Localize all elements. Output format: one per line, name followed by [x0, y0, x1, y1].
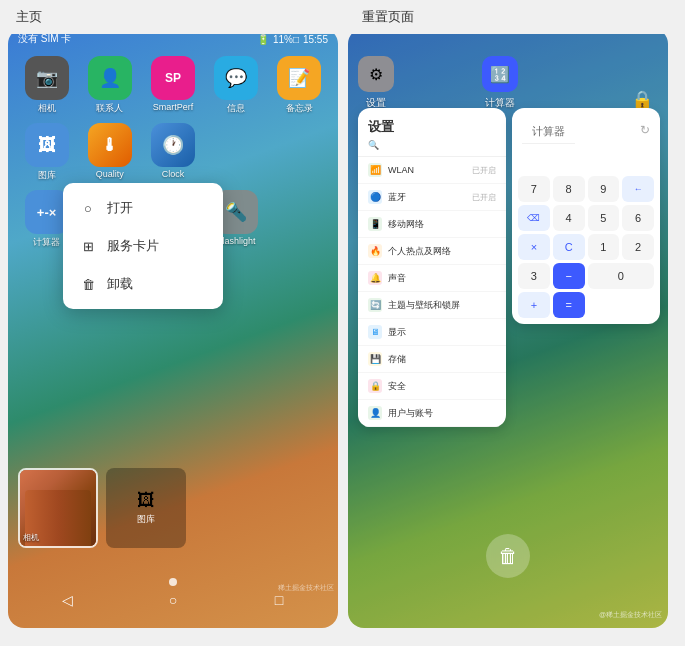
- calculator-card[interactable]: 计算器 ↻ 7 8 9 ← ⌫ 4 5 6 × C 1 2: [512, 108, 660, 324]
- phone-left: 没有 SIM 卡 🔋 11%□ 15:55 📷 相机 👤 联系人 SP Smar…: [8, 28, 338, 628]
- calc-2[interactable]: 2: [622, 234, 654, 260]
- storage-icon: 💾: [368, 352, 382, 366]
- gallery-label: 图库: [38, 169, 56, 182]
- refresh-icon[interactable]: ↻: [640, 123, 650, 137]
- calc-back[interactable]: ←: [622, 176, 654, 202]
- app-message[interactable]: 💬 信息: [208, 56, 265, 115]
- smartperf-icon: SP: [151, 56, 195, 100]
- menu-open[interactable]: ○ 打开: [63, 189, 223, 227]
- calc-plus[interactable]: +: [518, 292, 550, 318]
- page-labels: 主页 重置页面: [0, 0, 685, 34]
- trash-bin-icon: 🗑: [498, 545, 518, 568]
- app-camera[interactable]: 📷 相机: [18, 56, 75, 115]
- left-watermark: 稀土掘金技术社区: [278, 583, 334, 593]
- settings-card-header: ⚙ 设置: [358, 56, 394, 110]
- menu-service-card[interactable]: ⊞ 服务卡片: [63, 227, 223, 265]
- context-menu: ○ 打开 ⊞ 服务卡片 🗑 卸载: [63, 183, 223, 309]
- calc-equals[interactable]: =: [553, 292, 585, 318]
- sound-icon: 🔔: [368, 271, 382, 285]
- quality-icon: 🌡: [88, 123, 132, 167]
- calc-7[interactable]: 7: [518, 176, 550, 202]
- display-label: 显示: [388, 326, 496, 339]
- calc-4[interactable]: 4: [553, 205, 585, 231]
- sim-status: 没有 SIM 卡: [18, 32, 71, 46]
- menu-uninstall[interactable]: 🗑 卸载: [63, 265, 223, 303]
- calc-minus[interactable]: −: [553, 263, 585, 289]
- smartperf-label: SmartPerf: [153, 102, 194, 112]
- account-icon: 👤: [368, 406, 382, 420]
- settings-item-storage[interactable]: 💾 存储: [358, 346, 506, 373]
- display-icon: 🖥: [368, 325, 382, 339]
- wallpaper-gallery[interactable]: 🖼 图库: [106, 468, 186, 548]
- security-icon: 🔒: [368, 379, 382, 393]
- settings-search: 🔍: [358, 140, 506, 157]
- screens-container: 没有 SIM 卡 🔋 11%□ 15:55 📷 相机 👤 联系人 SP Smar…: [8, 28, 677, 642]
- wifi-icon: 📶: [368, 163, 382, 177]
- security-label: 安全: [388, 380, 496, 393]
- calc-8[interactable]: 8: [553, 176, 585, 202]
- calc-6[interactable]: 6: [622, 205, 654, 231]
- menu-open-label: 打开: [107, 199, 133, 217]
- calculator-icon: +-×: [25, 190, 69, 234]
- calc-1[interactable]: 1: [588, 234, 620, 260]
- phone-right: ⚙ 设置 🔢 计算器 🔒 设置 🔍 📶 WLAN 已开启 🔵 蓝牙 已开启: [348, 28, 668, 628]
- calc-3[interactable]: 3: [518, 263, 550, 289]
- home-button[interactable]: ○: [161, 588, 185, 612]
- memo-label: 备忘录: [286, 102, 313, 115]
- calc-title: 计算器: [522, 116, 575, 144]
- app-clock[interactable]: 🕐 Clock: [144, 123, 201, 182]
- wlan-label: WLAN: [388, 165, 466, 175]
- app-quality[interactable]: 🌡 Quality: [81, 123, 138, 182]
- settings-item-display[interactable]: 🖥 显示: [358, 319, 506, 346]
- calculator-label: 计算器: [33, 236, 60, 249]
- menu-uninstall-label: 卸载: [107, 275, 133, 293]
- calc-5[interactable]: 5: [588, 205, 620, 231]
- settings-card[interactable]: 设置 🔍 📶 WLAN 已开启 🔵 蓝牙 已开启 📱 移动网络 🔥 个人热点及网…: [358, 108, 506, 427]
- auto-icon: 🔄: [368, 298, 382, 312]
- calc-display: [512, 148, 660, 172]
- calculator-app-icon[interactable]: 🔢: [482, 56, 518, 92]
- app-cards-row: ⚙ 设置 🔢 计算器 🔒: [348, 56, 668, 110]
- right-page-label: 重置页面: [362, 8, 414, 26]
- hotspot-icon: 🔥: [368, 244, 382, 258]
- app-grid-row2: 🖼 图库 🌡 Quality 🕐 Clock: [8, 117, 338, 188]
- wallpaper-canyon[interactable]: 相机: [18, 468, 98, 548]
- battery-time: 🔋 11%□ 15:55: [257, 34, 328, 45]
- open-circle-icon: ○: [79, 199, 97, 217]
- settings-item-sound[interactable]: 🔔 声音: [358, 265, 506, 292]
- app-memo[interactable]: 📝 备忘录: [271, 56, 328, 115]
- settings-item-wlan[interactable]: 📶 WLAN 已开启: [358, 157, 506, 184]
- settings-item-security[interactable]: 🔒 安全: [358, 373, 506, 400]
- camera-icon: 📷: [25, 56, 69, 100]
- clock-label: Clock: [162, 169, 185, 179]
- auto-label: 主题与壁纸和锁屏: [388, 299, 496, 312]
- calc-multiply[interactable]: ×: [518, 234, 550, 260]
- bt-label: 蓝牙: [388, 191, 466, 204]
- app-gallery[interactable]: 🖼 图库: [18, 123, 75, 182]
- calc-0[interactable]: 0: [588, 263, 655, 289]
- time-display: 15:55: [303, 34, 328, 45]
- account-label: 用户与账号: [388, 407, 496, 420]
- calc-del[interactable]: ⌫: [518, 205, 550, 231]
- trash-icon: 🗑: [79, 275, 97, 293]
- bt-status: 已开启: [472, 192, 496, 203]
- back-button[interactable]: ◁: [55, 588, 79, 612]
- settings-title: 设置: [358, 108, 506, 140]
- settings-item-mobile[interactable]: 📱 移动网络: [358, 211, 506, 238]
- gallery-icon: 🖼: [25, 123, 69, 167]
- app-contacts[interactable]: 👤 联系人: [81, 56, 138, 115]
- calc-clear[interactable]: C: [553, 234, 585, 260]
- app-smartperf[interactable]: SP SmartPerf: [144, 56, 201, 115]
- clock-icon: 🕐: [151, 123, 195, 167]
- delete-button[interactable]: 🗑: [486, 534, 530, 578]
- memo-icon: 📝: [277, 56, 321, 100]
- settings-item-hotspot[interactable]: 🔥 个人热点及网络: [358, 238, 506, 265]
- wallpaper-gallery-label: 图库: [137, 513, 155, 526]
- calc-9[interactable]: 9: [588, 176, 620, 202]
- contacts-icon: 👤: [88, 56, 132, 100]
- settings-item-account[interactable]: 👤 用户与账号: [358, 400, 506, 427]
- settings-app-icon[interactable]: ⚙: [358, 56, 394, 92]
- settings-item-bt[interactable]: 🔵 蓝牙 已开启: [358, 184, 506, 211]
- settings-item-auto[interactable]: 🔄 主题与壁纸和锁屏: [358, 292, 506, 319]
- grid-icon: ⊞: [79, 237, 97, 255]
